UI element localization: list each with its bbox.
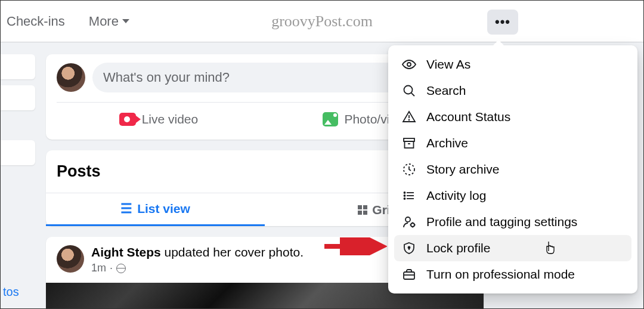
menu-label: View As [426, 57, 470, 72]
warning-triangle-icon [401, 110, 417, 124]
user-gear-icon [401, 215, 417, 229]
svg-rect-23 [404, 272, 414, 279]
svg-point-16 [411, 223, 414, 227]
ellipsis-icon: ••• [495, 16, 510, 29]
menu-story-archive[interactable]: Story archive [394, 156, 631, 183]
list-view-label: List view [137, 202, 190, 216]
grid-icon [358, 205, 367, 215]
menu-label: Story archive [426, 162, 500, 177]
post-action-text: updated her cover photo. [161, 245, 304, 259]
svg-point-0 [407, 63, 411, 66]
more-options-button[interactable]: ••• [487, 10, 518, 35]
menu-archive[interactable]: Archive [394, 130, 631, 156]
menu-lock-profile[interactable]: Lock profile [394, 235, 631, 261]
menu-activity-log[interactable]: Activity log [394, 183, 631, 209]
menu-label: Search [426, 84, 466, 98]
annotation-arrow [321, 237, 387, 258]
menu-label: Activity log [426, 189, 486, 203]
photo-icon [323, 112, 338, 126]
menu-professional-mode[interactable]: Turn on professional mode [394, 261, 631, 288]
svg-point-21 [408, 247, 410, 249]
menu-label: Turn on professional mode [426, 267, 575, 282]
briefcase-icon [401, 267, 417, 282]
svg-point-4 [409, 120, 410, 120]
menu-profile-tagging[interactable]: Profile and tagging settings [394, 209, 631, 235]
svg-rect-6 [405, 141, 414, 148]
menu-label: Archive [426, 136, 468, 150]
menu-account-status[interactable]: Account Status [394, 104, 631, 130]
search-icon [401, 84, 417, 98]
live-video-label: Live video [142, 112, 199, 126]
archive-icon [401, 136, 417, 150]
avatar[interactable] [57, 245, 84, 273]
menu-label: Lock profile [426, 241, 490, 255]
live-video-icon [119, 113, 136, 126]
cursor-pointer-icon [544, 240, 556, 258]
sidebar-card-fragment [1, 140, 35, 165]
post-author-link[interactable]: Aight Steps [91, 245, 161, 259]
sidebar-card-fragment [1, 85, 35, 110]
post-timestamp[interactable]: 1m [91, 262, 106, 274]
svg-point-15 [405, 217, 410, 222]
eye-icon [401, 57, 417, 72]
svg-point-14 [404, 198, 405, 199]
menu-label: Account Status [426, 110, 510, 124]
posts-heading: Posts [57, 162, 101, 181]
list-icon [401, 189, 417, 203]
profile-options-menu: View As Search Account Status Archive St… [388, 45, 637, 293]
tab-list-view[interactable]: ☰ List view [46, 193, 265, 226]
menu-view-as[interactable]: View As [394, 51, 631, 78]
post-meta: 1m · [91, 262, 304, 274]
globe-icon[interactable] [116, 264, 126, 273]
left-sidebar-fragment: tos [1, 54, 35, 299]
clock-dashed-icon [401, 162, 417, 177]
svg-point-13 [404, 195, 405, 196]
svg-point-12 [404, 192, 405, 193]
avatar[interactable] [57, 63, 85, 92]
svg-point-1 [404, 86, 413, 94]
svg-line-2 [411, 93, 414, 96]
tab-more-label: More [89, 14, 119, 29]
sidebar-card-fragment [1, 54, 35, 79]
watermark-text: groovyPost.com [271, 13, 373, 30]
chevron-down-icon [122, 19, 129, 23]
menu-search[interactable]: Search [394, 78, 631, 104]
tab-more[interactable]: More [89, 14, 129, 29]
live-video-button[interactable]: Live video [112, 109, 206, 130]
top-navigation: Check-ins More groovyPost.com ••• [1, 1, 643, 42]
photos-link-fragment[interactable]: tos [1, 285, 35, 299]
post-headline: Aight Steps updated her cover photo. [91, 245, 304, 259]
menu-label: Profile and tagging settings [426, 215, 577, 229]
tab-checkins[interactable]: Check-ins [7, 14, 65, 29]
shield-lock-icon [401, 241, 417, 255]
profile-tabs: Check-ins More [7, 14, 129, 29]
list-icon: ☰ [120, 202, 132, 215]
